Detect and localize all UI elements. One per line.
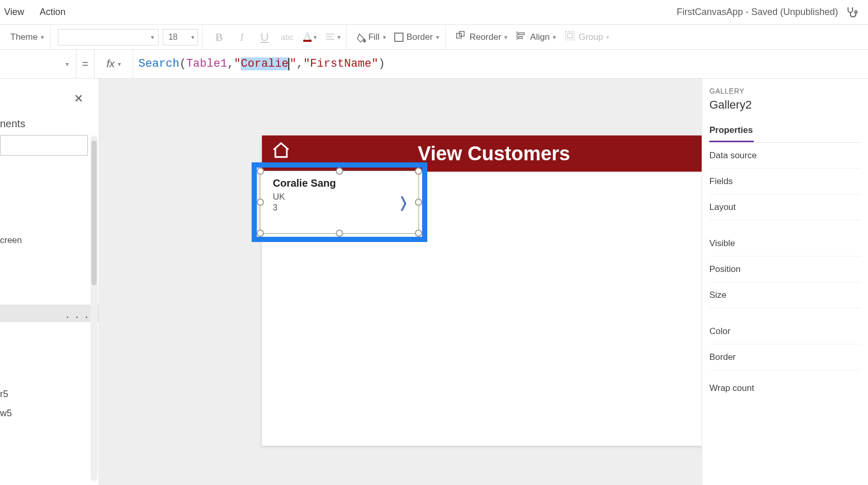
scrollbar[interactable] [90,135,98,481]
svg-rect-4 [456,33,461,38]
menu-action[interactable]: Action [40,7,66,18]
close-icon[interactable]: ✕ [74,92,83,105]
property-row-layout[interactable]: Layout [709,194,861,220]
svg-rect-8 [519,37,522,39]
border-dropdown[interactable]: Border ▾ [392,32,441,42]
resize-handle[interactable] [336,168,343,175]
fill-icon [356,33,365,42]
formula-token-quote: " [289,57,296,70]
theme-dropdown[interactable]: Theme ▾ [8,32,46,42]
menu-view[interactable]: View [4,7,24,18]
formula-token-comma: , [227,57,234,70]
text-align-button[interactable]: ▾ [323,28,342,47]
gallery-item[interactable]: Coralie Sang UK 3 ❭ [260,171,419,234]
property-row-fields[interactable]: Fields [709,169,861,194]
chevron-down-icon: ▾ [41,34,44,41]
tree-search-input[interactable] [0,135,88,156]
property-row-wrap-count[interactable]: Wrap count [709,375,861,401]
chevron-down-icon: ▾ [606,34,609,41]
group-dropdown[interactable]: Group ▾ [562,30,611,44]
font-size-select[interactable]: 18 ▾ [163,29,198,46]
chevron-down-icon: ▾ [66,60,69,68]
resize-handle[interactable] [415,230,422,237]
formula-token-paren: ) [378,57,385,70]
theme-label: Theme [10,32,38,42]
font-color-button[interactable]: A ▾ [301,28,319,47]
selected-control-name: Gallery2 [709,98,861,112]
property-row-color[interactable]: Color [709,319,861,344]
bold-button[interactable]: B [210,28,228,47]
tree-view-pane: ✕ nents creen . . . r5 w5 [0,79,99,485]
properties-pane: GALLERY Gallery2 Properties Data source … [702,79,868,485]
property-selector[interactable]: ▾ [0,50,76,78]
properties-tabs: Properties [709,121,861,143]
align-dropdown[interactable]: Align ▾ [514,30,558,44]
resize-handle[interactable] [257,168,264,175]
canvas[interactable]: View Customers Coralie Sang UK 3 ❭ [99,79,702,485]
scrollbar-thumb[interactable] [91,141,97,285]
chevron-down-icon: ▾ [383,34,386,41]
chevron-down-icon: ▾ [191,34,194,41]
gallery-item-title: Coralie Sang [273,177,336,189]
property-row-size[interactable]: Size [709,282,861,308]
chevron-right-icon[interactable]: ❭ [397,194,409,211]
resize-handle[interactable] [257,230,264,237]
underline-button[interactable]: U [255,28,274,47]
svg-point-0 [855,10,857,12]
formula-bar: ▾ = fx ▾ Search(Table1, "Coralie", "Firs… [0,50,868,79]
properties-category: GALLERY [709,87,861,95]
formula-token-comma: , [297,57,303,70]
align-icon [516,30,527,44]
formula-input[interactable]: Search(Table1, "Coralie", "FirstName") [133,50,868,78]
formula-token-quote: " [303,57,310,70]
resize-handle[interactable] [415,168,422,175]
formula-token-str: lie [268,57,289,70]
app-header-title: View Customers [418,143,570,165]
group-label: Group [579,32,603,42]
border-label: Border [407,32,433,42]
resize-handle[interactable] [336,230,343,237]
property-row-visible[interactable]: Visible [709,231,861,256]
strikethrough-button[interactable]: abc [278,28,297,47]
tree-item-screen[interactable]: creen [0,232,99,249]
selection-box[interactable]: Coralie Sang UK 3 ❭ [252,162,427,242]
italic-button[interactable]: I [233,28,251,47]
chevron-down-icon: ▾ [337,34,340,41]
property-row-position[interactable]: Position [709,256,861,282]
font-size-value: 18 [168,33,178,42]
fill-dropdown[interactable]: Fill ▾ [354,32,388,42]
chevron-down-icon: ▾ [553,34,556,41]
font-family-select[interactable]: ▾ [58,29,159,46]
property-row-border[interactable]: Border [709,344,861,370]
tab-properties[interactable]: Properties [709,121,754,142]
chevron-down-icon: ▾ [504,34,507,41]
fx-button[interactable]: fx ▾ [94,50,133,78]
property-row-data-source[interactable]: Data source [709,143,861,169]
formula-token-fn: Search [138,57,179,70]
gallery-item-subtitle: UK [273,192,285,202]
equals-sign: = [76,57,94,71]
app-checker-icon[interactable] [845,6,859,19]
tree-item-selected[interactable]: . . . [0,305,99,322]
app-title: FirstCanvasApp - Saved (Unpublished) [677,7,838,18]
reorder-dropdown[interactable]: Reorder ▾ [453,30,509,44]
formula-token-quote: " [371,57,378,70]
tree-item[interactable]: w5 [0,404,99,423]
border-icon [394,33,404,42]
more-icon[interactable]: . . . [66,306,89,322]
reorder-icon [455,30,467,44]
tree-item[interactable]: r5 [0,385,99,404]
formula-token-str: a [261,57,268,70]
group-icon [564,30,576,44]
svg-rect-10 [567,33,572,38]
formula-token-paren: ( [179,57,186,70]
align-label: Align [530,32,550,42]
resize-handle[interactable] [257,199,264,206]
fx-label: fx [106,58,115,70]
resize-handle[interactable] [415,199,422,206]
formula-token-quote: " [234,57,241,70]
formula-token-col: FirstName [310,57,371,70]
home-icon[interactable] [271,141,291,160]
svg-rect-7 [519,33,524,35]
menu-bar: View Action FirstCanvasApp - Saved (Unpu… [0,0,868,25]
